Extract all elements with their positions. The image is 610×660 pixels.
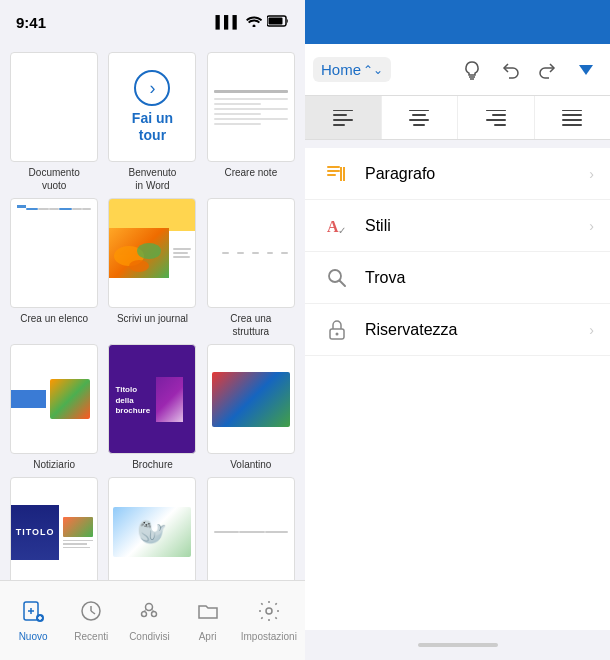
menu-item-riservatezza[interactable]: Riservatezza ›: [305, 304, 610, 356]
align-right-button[interactable]: [458, 96, 535, 139]
list-line: [26, 208, 38, 210]
list-line: [72, 208, 83, 210]
thumb-tour: › Fai untour: [108, 52, 196, 162]
nav-recenti[interactable]: Recenti: [66, 599, 116, 642]
nav-impostazioni-label: Impostazioni: [241, 631, 297, 642]
svg-point-16: [142, 612, 147, 617]
thumb-copertina: TITOLO: [10, 477, 98, 580]
wifi-icon: [246, 15, 262, 30]
brochure-image: [156, 377, 183, 422]
thumb-struttura: [207, 198, 295, 308]
thumb-journal: [108, 198, 196, 308]
label-brochure: Brochure: [132, 458, 173, 471]
nav-impostazioni[interactable]: Impostazioni: [241, 599, 297, 642]
notiziario-header: [11, 390, 46, 408]
align-left-icon: [333, 110, 353, 126]
align-left-button[interactable]: [305, 96, 382, 139]
template-vuoto[interactable]: Documentovuoto: [8, 52, 100, 192]
template-struttura[interactable]: Crea unastruttura: [205, 198, 297, 338]
note-line: [214, 118, 288, 120]
nav-condivisi[interactable]: Condivisi: [124, 599, 174, 642]
list-line: [49, 208, 59, 210]
label-volantino: Volantino: [230, 458, 271, 471]
align-justify-button[interactable]: [535, 96, 611, 139]
menu-item-trova[interactable]: Trova: [305, 252, 610, 304]
more-button[interactable]: [570, 54, 602, 86]
trova-icon: [321, 262, 353, 294]
template-volantino[interactable]: Volantino: [205, 344, 297, 471]
template-apa[interactable]: Documento instile APA: [205, 477, 297, 580]
thumb-brochure: Titolo dellabrochure: [108, 344, 196, 454]
bulb-button[interactable]: [456, 54, 488, 86]
riservatezza-label: Riservatezza: [365, 321, 589, 339]
thumb-volantino: [207, 344, 295, 454]
redo-button[interactable]: [532, 54, 564, 86]
template-brochure[interactable]: Titolo dellabrochure Brochure: [106, 344, 198, 471]
label-elenco: Crea un elenco: [20, 312, 88, 325]
label-notiziario: Notiziario: [33, 458, 75, 471]
template-row-2: Crea un elenco: [8, 198, 297, 338]
nav-nuovo-label: Nuovo: [19, 631, 48, 642]
recenti-icon: [79, 599, 103, 629]
status-time: 9:41: [16, 14, 46, 31]
menu-list: Paragrafo › A ✓ Stili › Trova: [305, 148, 610, 630]
template-elenco[interactable]: Crea un elenco: [8, 198, 100, 338]
template-row-1: Documentovuoto › Fai untour Benvenutoin …: [8, 52, 297, 192]
home-button[interactable]: Home ⌃⌄: [313, 57, 391, 82]
template-ricerca[interactable]: 🦭 Ricerca: [106, 477, 198, 580]
signal-icon: ▌▌▌: [215, 15, 241, 29]
formatting-toolbar: Home ⌃⌄: [305, 44, 610, 96]
menu-item-stili[interactable]: A ✓ Stili ›: [305, 200, 610, 252]
copertina-header-text: TITOLO: [16, 527, 55, 537]
align-center-icon: [409, 110, 429, 126]
thumb-apa: [207, 477, 295, 580]
stili-chevron-icon: ›: [589, 218, 594, 234]
brochure-title-area: Titolo dellabrochure: [109, 377, 156, 420]
undo-button[interactable]: [494, 54, 526, 86]
thumb-elenco: [10, 198, 98, 308]
template-tour[interactable]: › Fai untour Benvenutoin Word: [106, 52, 198, 192]
label-struttura: Crea unastruttura: [230, 312, 271, 338]
template-journal[interactable]: Scrivi un journal: [106, 198, 198, 338]
bottom-handle: [305, 630, 610, 660]
note-line: [214, 98, 288, 100]
svg-point-5: [129, 260, 149, 272]
volantino-image: [212, 372, 290, 427]
home-label: Home: [321, 61, 361, 78]
align-center-button[interactable]: [382, 96, 459, 139]
home-chevron-icon: ⌃⌄: [363, 63, 383, 77]
label-tour: Benvenutoin Word: [129, 166, 177, 192]
template-copertina[interactable]: TITOLO Documento concopertina esommario: [8, 477, 100, 580]
bottom-nav: Nuovo Recenti Co: [0, 580, 305, 660]
riservatezza-chevron-icon: ›: [589, 322, 594, 338]
label-journal: Scrivi un journal: [117, 312, 188, 325]
nav-apri[interactable]: Apri: [183, 599, 233, 642]
riservatezza-icon: [321, 314, 353, 346]
copertina-image: [63, 517, 93, 537]
tour-icon: ›: [134, 70, 170, 106]
menu-item-paragrafo[interactable]: Paragrafo ›: [305, 148, 610, 200]
status-bar: 9:41 ▌▌▌: [0, 0, 305, 44]
left-panel: 9:41 ▌▌▌: [0, 0, 305, 660]
note-line: [214, 90, 288, 93]
thumb-ricerca: 🦭: [108, 477, 196, 580]
copertina-header: TITOLO: [11, 505, 59, 560]
tour-text: Fai untour: [132, 110, 173, 144]
label-note: Creare note: [224, 166, 277, 179]
journal-text: [169, 242, 195, 264]
notiziario-image: [50, 379, 90, 419]
brochure-title-text: Titolo dellabrochure: [115, 385, 150, 416]
svg-rect-1: [269, 17, 283, 24]
svg-line-29: [340, 280, 346, 286]
stili-icon: A ✓: [321, 210, 353, 242]
thumb-note: [207, 52, 295, 162]
template-notiziario[interactable]: Notiziario: [8, 344, 100, 471]
svg-point-20: [266, 608, 272, 614]
brochure-bottom: [183, 391, 195, 408]
notiziario-body: [46, 375, 97, 423]
paragrafo-chevron-icon: ›: [589, 166, 594, 182]
template-note[interactable]: Creare note: [205, 52, 297, 192]
paragrafo-icon: [321, 158, 353, 190]
nav-nuovo[interactable]: Nuovo: [8, 599, 58, 642]
label-vuoto: Documentovuoto: [29, 166, 80, 192]
